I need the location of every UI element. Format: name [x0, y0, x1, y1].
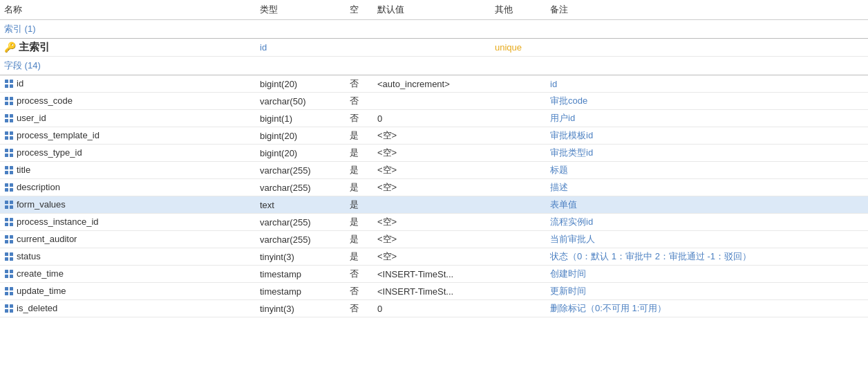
svg-rect-36	[5, 235, 8, 239]
field-type-cell: bigint(20)	[256, 127, 346, 145]
table-row: user_idbigint(1)否0用户id	[0, 110, 868, 127]
field-type-cell: timestamp	[256, 266, 346, 283]
header-remark: 备注	[546, 0, 868, 20]
field-default-cell: 0	[373, 300, 491, 317]
field-default-cell: <空>	[373, 248, 491, 266]
field-name: current_auditor	[17, 234, 77, 244]
svg-rect-9	[10, 114, 13, 118]
svg-rect-44	[5, 270, 8, 273]
field-icon	[4, 165, 14, 175]
field-remark-cell: 删除标记（0:不可用 1:可用）	[546, 300, 868, 317]
svg-rect-38	[5, 240, 8, 243]
schema-table: 名称 类型 空 默认值 其他 备注 索引 (1)🔑主索引idunique字段 (…	[0, 0, 868, 317]
field-icon	[4, 148, 14, 158]
field-name-cell: process_template_id	[0, 127, 256, 145]
svg-rect-7	[10, 102, 13, 105]
field-icon	[4, 286, 14, 296]
svg-rect-40	[5, 252, 8, 256]
field-remark-cell: 审批code	[546, 93, 868, 110]
svg-rect-8	[5, 114, 8, 118]
field-other-cell	[491, 214, 546, 231]
field-type-cell: varchar(255)	[256, 179, 346, 196]
table-row: process_instance_idvarchar(255)是<空>流程实例i…	[0, 214, 868, 231]
field-other-cell	[491, 93, 546, 110]
svg-rect-55	[10, 309, 13, 313]
field-default-cell: <空>	[373, 179, 491, 196]
table-row: process_codevarchar(50)否审批code	[0, 93, 868, 110]
index-null-cell	[346, 39, 373, 57]
field-remark-cell: 更新时间	[546, 283, 868, 300]
field-name: is_deleted	[17, 303, 57, 313]
svg-rect-12	[5, 131, 8, 135]
field-icon	[4, 252, 14, 261]
table-row: is_deletedtinyint(3)否0删除标记（0:不可用 1:可用）	[0, 300, 868, 317]
field-icon	[4, 183, 14, 192]
svg-rect-35	[10, 223, 13, 226]
field-null-cell: 否	[346, 110, 373, 127]
svg-rect-37	[10, 235, 13, 239]
svg-rect-13	[10, 131, 13, 135]
field-remark-cell: 描述	[546, 179, 868, 196]
field-type-cell: varchar(255)	[256, 231, 346, 248]
field-icon	[4, 113, 14, 123]
field-null-cell: 否	[346, 93, 373, 110]
svg-rect-30	[5, 205, 8, 209]
field-name: process_type_id	[17, 147, 82, 158]
field-other-cell	[491, 145, 546, 162]
table-row: 🔑主索引idunique	[0, 39, 868, 57]
svg-rect-43	[10, 257, 13, 261]
field-name-cell: process_instance_id	[0, 214, 256, 231]
field-null-cell: 是	[346, 162, 373, 179]
field-name-cell: create_time	[0, 266, 256, 283]
field-type-cell: varchar(50)	[256, 93, 346, 110]
svg-rect-31	[10, 205, 13, 209]
field-name-cell: is_deleted	[0, 300, 256, 317]
field-name-cell: process_type_id	[0, 145, 256, 162]
field-other-cell	[491, 231, 546, 248]
field-remark-cell: 审批类型id	[546, 145, 868, 162]
svg-rect-29	[10, 201, 13, 204]
field-type-cell: bigint(20)	[256, 145, 346, 162]
field-type-cell: tinyint(3)	[256, 300, 346, 317]
field-name: update_time	[17, 286, 66, 296]
svg-rect-50	[5, 292, 8, 295]
header-default: 默认值	[373, 0, 491, 20]
svg-rect-15	[10, 136, 13, 140]
svg-rect-48	[5, 287, 8, 290]
table-row: idbigint(20)否<auto_increment>id	[0, 75, 868, 93]
svg-rect-33	[10, 218, 13, 221]
field-other-cell	[491, 127, 546, 145]
field-name-cell: title	[0, 162, 256, 179]
table-row: process_type_idbigint(20)是<空>审批类型id	[0, 145, 868, 162]
header-type: 类型	[256, 0, 346, 20]
field-name-cell: process_code	[0, 93, 256, 110]
svg-rect-3	[10, 84, 13, 88]
index-other-cell: unique	[491, 39, 546, 57]
svg-rect-18	[5, 154, 8, 157]
svg-rect-45	[10, 270, 13, 273]
field-type-cell: text	[256, 196, 346, 214]
svg-rect-39	[10, 240, 13, 243]
svg-rect-4	[5, 97, 8, 100]
field-name: description	[17, 182, 60, 192]
table-row: update_timetimestamp否<INSERT-TimeSt...更新…	[0, 283, 868, 300]
field-null-cell: 是	[346, 214, 373, 231]
field-remark-cell: 当前审批人	[546, 231, 868, 248]
field-null-cell: 是	[346, 231, 373, 248]
table-row: form_valuestext是表单值	[0, 196, 868, 214]
svg-rect-19	[10, 154, 13, 157]
field-name: id	[17, 78, 23, 89]
table-row: current_auditorvarchar(255)是<空>当前审批人	[0, 231, 868, 248]
svg-rect-46	[5, 275, 8, 278]
field-remark-cell: 流程实例id	[546, 214, 868, 231]
field-default-cell	[373, 196, 491, 214]
section-header-0: 索引 (1)	[0, 20, 868, 39]
svg-rect-11	[10, 119, 13, 122]
field-type-cell: timestamp	[256, 283, 346, 300]
field-other-cell	[491, 300, 546, 317]
svg-rect-32	[5, 218, 8, 221]
svg-rect-51	[10, 292, 13, 295]
field-type-cell: tinyint(3)	[256, 248, 346, 266]
header-name: 名称	[0, 0, 256, 20]
field-name-cell: status	[0, 248, 256, 266]
